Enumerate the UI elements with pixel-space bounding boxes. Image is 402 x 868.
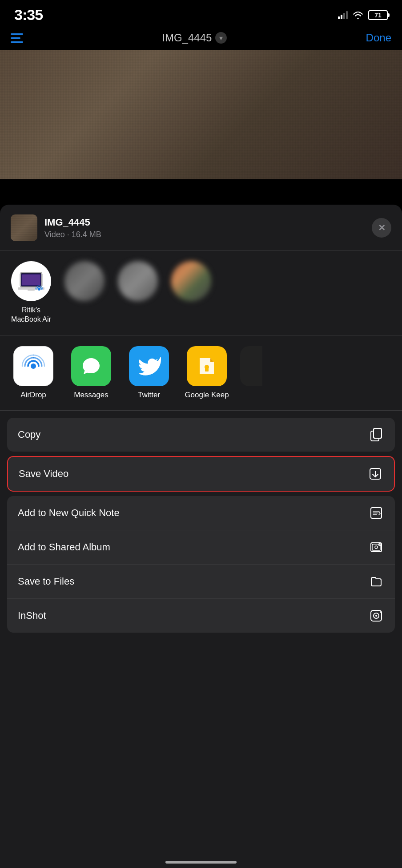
apps-row: AirDrop Messages Twitter — [0, 335, 402, 411]
status-icons: 71 — [338, 10, 388, 20]
contact-item-macbook[interactable]: Ritik'sMacBook Air — [9, 261, 53, 324]
add-quick-note-action[interactable]: Add to New Quick Note — [7, 496, 395, 530]
googlekeep-svg — [194, 354, 219, 379]
airdrop-svg — [20, 353, 47, 379]
signal-icon — [338, 11, 348, 19]
add-quick-note-icon — [368, 505, 384, 521]
signal-bar-2 — [341, 15, 342, 19]
svg-rect-3 — [22, 275, 40, 285]
signal-bar-3 — [343, 13, 345, 19]
svg-point-22 — [375, 615, 377, 617]
app-item-twitter[interactable]: Twitter — [125, 346, 173, 400]
contact-item-2[interactable] — [62, 261, 107, 324]
messages-svg — [79, 354, 104, 379]
messages-label: Messages — [74, 391, 108, 400]
svg-point-7 — [31, 363, 36, 369]
contact-avatar-2 — [64, 261, 105, 301]
macbook-avatar — [11, 261, 51, 301]
file-thumbnail — [11, 214, 37, 241]
file-details: IMG_4445 Video · 16.4 MB — [44, 217, 101, 239]
app-item-googlekeep[interactable]: Google Keep — [182, 346, 231, 400]
contact-label-macbook: Ritik'sMacBook Air — [11, 306, 51, 324]
share-sheet: IMG_4445 Video · 16.4 MB ✕ — [0, 205, 402, 868]
add-quick-note-label: Add to New Quick Note — [18, 507, 120, 519]
twitter-app-icon — [129, 346, 169, 386]
nav-title: IMG_4445 ▾ — [162, 32, 227, 44]
googlekeep-label: Google Keep — [185, 391, 229, 400]
messages-app-icon — [71, 346, 111, 386]
copy-section: Copy — [7, 418, 395, 452]
app-item-partial[interactable] — [240, 346, 262, 400]
nav-chevron-icon[interactable]: ▾ — [215, 32, 227, 44]
svg-rect-23 — [380, 611, 382, 613]
partial-app-icon — [240, 346, 262, 386]
save-video-label: Save Video — [19, 468, 68, 480]
copy-label: Copy — [18, 429, 40, 440]
airdrop-waves-icon — [34, 284, 44, 296]
add-shared-album-label: Add to Shared Album — [18, 541, 110, 553]
save-to-files-icon — [368, 573, 384, 589]
battery-indicator: 71 — [368, 10, 388, 20]
twitter-svg — [137, 354, 161, 378]
top-nav: IMG_4445 ▾ Done — [0, 27, 402, 50]
list-icon[interactable] — [11, 33, 23, 43]
copy-icon — [368, 427, 384, 443]
svg-rect-11 — [374, 428, 382, 438]
svg-point-6 — [38, 288, 40, 291]
file-name: IMG_4445 — [44, 217, 101, 228]
app-item-airdrop[interactable]: AirDrop — [9, 346, 58, 400]
photo-preview — [0, 50, 402, 179]
svg-rect-9 — [205, 367, 209, 371]
file-info-left: IMG_4445 Video · 16.4 MB — [11, 214, 101, 241]
photo-texture — [0, 50, 402, 179]
save-to-files-action[interactable]: Save to Files — [7, 564, 395, 598]
home-indicator — [165, 861, 237, 864]
contacts-row: Ritik'sMacBook Air — [0, 250, 402, 335]
contact-item-4[interactable] — [169, 261, 213, 324]
save-video-icon — [367, 466, 383, 482]
save-video-section: Save Video — [7, 456, 395, 492]
other-actions-section: Add to New Quick Note Add to Shared Albu… — [7, 496, 395, 633]
airdrop-label: AirDrop — [20, 391, 46, 400]
inshot-label: InShot — [18, 610, 46, 622]
done-button[interactable]: Done — [366, 32, 391, 44]
add-shared-album-action[interactable]: Add to Shared Album — [7, 530, 395, 564]
list-line-3 — [11, 41, 23, 43]
close-button[interactable]: ✕ — [372, 218, 391, 238]
inshot-icon — [368, 608, 384, 624]
copy-action[interactable]: Copy — [7, 418, 395, 452]
contact-item-3[interactable] — [116, 261, 160, 324]
airdrop-app-icon — [13, 346, 53, 386]
svg-point-17 — [375, 546, 378, 549]
add-shared-album-icon — [368, 539, 384, 555]
twitter-label: Twitter — [138, 391, 160, 400]
file-meta: Video · 16.4 MB — [44, 230, 101, 239]
signal-bar-4 — [346, 11, 348, 19]
wifi-icon — [352, 11, 364, 20]
status-bar: 3:35 71 — [0, 0, 402, 27]
app-item-messages[interactable]: Messages — [67, 346, 116, 400]
contact-avatar-4 — [171, 261, 211, 301]
save-to-files-label: Save to Files — [18, 576, 74, 587]
file-info-row: IMG_4445 Video · 16.4 MB ✕ — [0, 205, 402, 250]
list-line-2 — [11, 37, 20, 39]
close-icon: ✕ — [378, 222, 386, 233]
googlekeep-app-icon — [187, 346, 227, 386]
svg-rect-5 — [28, 290, 35, 291]
signal-bar-1 — [338, 16, 340, 19]
contact-avatar-3 — [118, 261, 158, 301]
list-line-1 — [11, 33, 23, 35]
status-time: 3:35 — [14, 6, 43, 24]
inshot-action[interactable]: InShot — [7, 598, 395, 633]
save-video-action[interactable]: Save Video — [8, 457, 394, 491]
